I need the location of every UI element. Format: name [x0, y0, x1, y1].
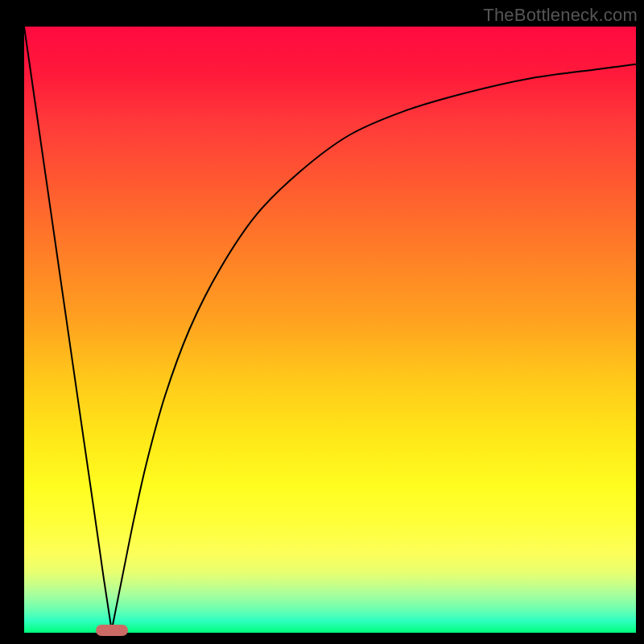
chart-frame: TheBottleneck.com [0, 0, 644, 644]
curve-right-ascent [112, 64, 636, 630]
curve-left-descent [24, 27, 112, 630]
minimum-marker [96, 625, 128, 636]
watermark-text: TheBottleneck.com [483, 5, 638, 26]
chart-curves [0, 0, 644, 644]
